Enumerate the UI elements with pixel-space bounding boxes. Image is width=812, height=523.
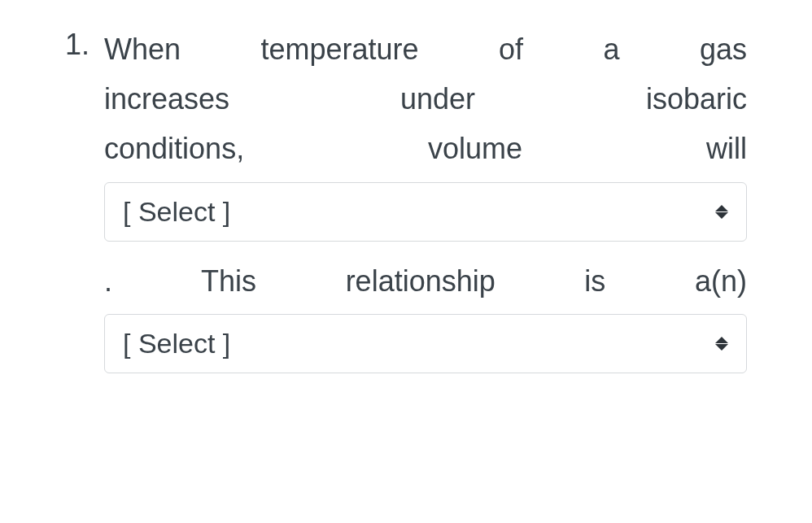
select-placeholder: [ Select ] (123, 328, 230, 360)
question-text-line-1: When temperature of a gas (104, 24, 747, 74)
select-volume-change[interactable]: [ Select ] (104, 182, 747, 242)
chevron-updown-icon (715, 337, 728, 351)
select-placeholder: [ Select ] (123, 196, 230, 228)
chevron-updown-icon (715, 205, 728, 219)
question-text-part-2: . This relationship is a(n) (104, 256, 747, 306)
question-text-line-4: . This relationship is a(n) (104, 256, 747, 306)
select-relationship-type[interactable]: [ Select ] (104, 314, 747, 373)
question-container: 1. When temperature of a gas increases u… (65, 24, 747, 388)
question-text-line-2: increases under isobaric (104, 74, 747, 124)
question-number: 1. (65, 24, 89, 65)
question-body: When temperature of a gas increases unde… (104, 24, 747, 388)
question-text-line-3: conditions, volume will (104, 124, 747, 173)
